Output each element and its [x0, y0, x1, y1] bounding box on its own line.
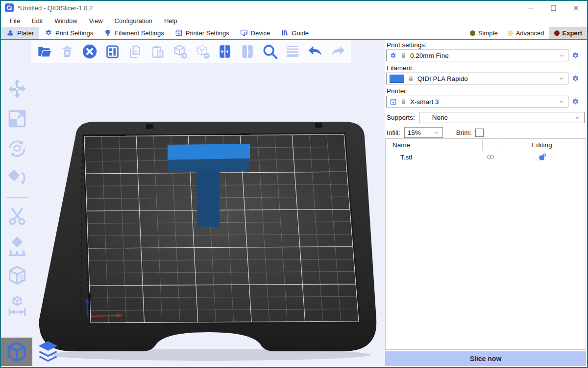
place-on-face-icon [6, 168, 28, 189]
chevron-down-icon [558, 52, 565, 59]
paint-support-button[interactable] [5, 235, 29, 258]
menubar: File Edit Window View Configuration Help [1, 15, 587, 27]
open-folder-icon [37, 44, 52, 59]
editing-icon[interactable] [538, 153, 547, 162]
scale-icon [6, 108, 28, 130]
delete-all-button[interactable] [80, 42, 99, 61]
object-list-header: Name Editing [386, 139, 586, 151]
filament-gear-button[interactable] [571, 75, 580, 83]
measure-button[interactable] [5, 294, 29, 318]
3d-viewport[interactable] [1, 40, 385, 367]
filament-value: QIDI PLA Rapido [417, 75, 555, 82]
menu-window[interactable]: Window [49, 16, 82, 26]
infill-combo[interactable]: 15% [404, 127, 443, 138]
tabbar-spacer [314, 27, 465, 39]
preview-view-button[interactable] [32, 338, 64, 366]
mode-simple[interactable]: Simple [465, 27, 503, 39]
bed-clip-icon [315, 123, 322, 128]
arrange-button[interactable] [103, 42, 122, 61]
infill-label: Infill: [387, 129, 400, 136]
remove-instance-icon [195, 44, 211, 60]
close-button[interactable] [564, 1, 587, 15]
filament-combo[interactable]: QIDI PLA Rapido [386, 73, 568, 84]
paste-icon [150, 44, 165, 59]
view-mode-switch [1, 338, 64, 366]
menu-view[interactable]: View [84, 16, 108, 26]
seam-icon [6, 265, 28, 288]
split-parts-button[interactable] [238, 42, 257, 61]
variable-layer-height-button[interactable] [283, 42, 302, 61]
guide-tab-icon [281, 29, 289, 37]
bed-clip-icon [146, 124, 153, 129]
infill-value: 15% [408, 129, 430, 136]
filament-color-swatch [390, 75, 404, 83]
variable-layer-height-icon [285, 44, 300, 59]
open-button[interactable] [35, 42, 54, 61]
supports-label: Supports: [387, 114, 415, 121]
search-button[interactable] [261, 42, 279, 61]
redo-button[interactable] [328, 42, 347, 61]
mode-advanced[interactable]: Advanced [503, 27, 549, 39]
lock-icon [400, 99, 407, 105]
tab-device[interactable]: Device [235, 27, 276, 39]
printer-gear-button[interactable] [571, 98, 580, 106]
mode-expert[interactable]: Expert [549, 27, 587, 39]
print-settings-combo[interactable]: 0.20mm Fine [386, 50, 568, 61]
tab-printer-settings[interactable]: Printer Settings [170, 27, 235, 39]
move-icon [6, 78, 28, 100]
paste-button[interactable] [148, 42, 167, 61]
arrange-icon [105, 44, 120, 59]
place-on-face-button[interactable] [5, 167, 29, 190]
rotate-button[interactable] [5, 137, 29, 160]
menu-configuration[interactable]: Configuration [110, 16, 157, 26]
menu-edit[interactable]: Edit [27, 16, 48, 26]
simple-dot-icon [470, 30, 475, 36]
copy-button[interactable] [125, 42, 144, 61]
brim-checkbox[interactable] [475, 129, 484, 137]
menu-file[interactable]: File [5, 16, 25, 26]
split-objects-icon [217, 44, 233, 59]
plater-icon [6, 29, 14, 37]
cut-button[interactable] [5, 205, 29, 228]
delete-button[interactable] [58, 42, 76, 61]
printer-icon [390, 98, 397, 105]
editor-view-button[interactable] [1, 338, 32, 366]
print-settings-tab-icon [45, 29, 52, 37]
seam-button[interactable] [5, 264, 29, 288]
redo-icon [330, 44, 346, 60]
menu-help[interactable]: Help [159, 16, 182, 26]
eye-icon[interactable] [486, 153, 495, 161]
device-tab-icon [240, 29, 248, 37]
object-name: T.stl [386, 154, 482, 161]
right-panel: Print settings: 0.20mm Fine Filament: QI… [385, 40, 587, 367]
maximize-button[interactable] [542, 1, 564, 15]
rotate-icon [6, 137, 28, 160]
tab-guide[interactable]: Guide [275, 27, 314, 39]
tab-filament-settings[interactable]: Filament Settings [98, 27, 169, 39]
delete-all-icon [81, 43, 98, 60]
object-list: Name Editing T.stl [385, 138, 586, 350]
slice-now-button[interactable]: Slice now [385, 351, 586, 366]
scale-button[interactable] [5, 107, 29, 131]
undo-button[interactable] [306, 42, 324, 61]
add-instance-button[interactable] [171, 42, 189, 61]
minimize-button[interactable] [519, 1, 542, 15]
undo-icon [307, 44, 323, 60]
printer-combo[interactable]: X-smart 3 [386, 96, 568, 107]
tab-print-settings[interactable]: Print Settings [39, 27, 98, 39]
print-settings-gear-button[interactable] [571, 52, 580, 60]
tabbar: Plater Print Settings Filament Settings … [1, 27, 587, 40]
remove-instance-button[interactable] [193, 42, 212, 61]
object-row[interactable]: T.stl [386, 151, 586, 163]
print-bed-scene [1, 40, 385, 367]
supports-combo[interactable]: None [419, 112, 585, 123]
split-objects-button[interactable] [216, 42, 234, 61]
search-icon [262, 43, 278, 60]
editor-cube-icon [5, 341, 28, 363]
cut-icon [6, 206, 28, 227]
paint-support-icon [6, 235, 28, 258]
print-settings-label: Print settings: [387, 41, 587, 49]
move-button[interactable] [5, 77, 29, 101]
chevron-down-icon [433, 130, 440, 136]
tab-plater[interactable]: Plater [1, 27, 39, 39]
